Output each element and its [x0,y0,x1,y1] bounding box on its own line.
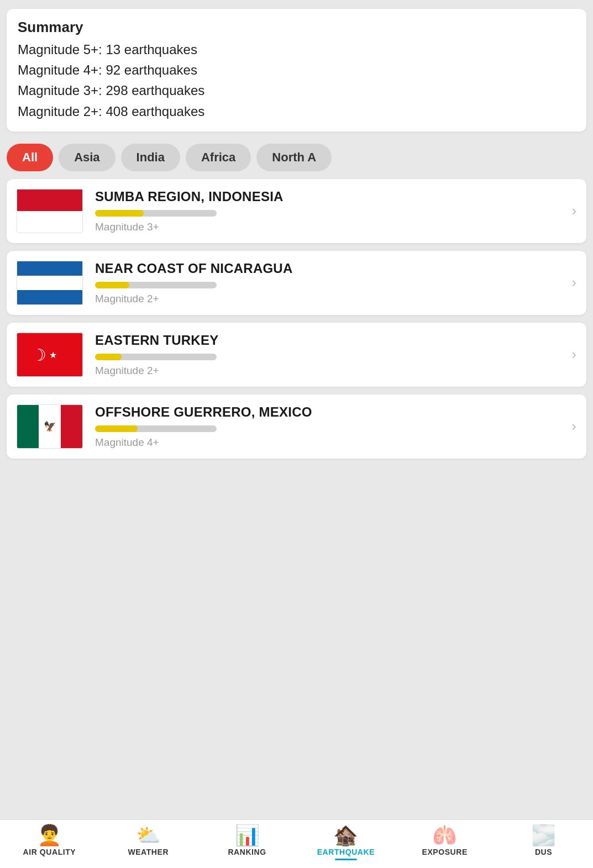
eq-bar-fill-nicaragua [95,282,129,288]
earthquake-card-sumba[interactable]: SUMBA REGION, INDONESIA Magnitude 3+ › [7,179,586,243]
nav-item-air-quality[interactable]: 🧑‍🦱 AIR QUALITY [0,825,99,860]
filter-btn-asia[interactable]: Asia [59,144,115,171]
eq-name-mexico: OFFSHORE GUERRERO, MEXICO [95,404,566,420]
eq-magnitude-nicaragua: Magnitude 2+ [95,293,566,305]
nav-icon-air-quality: 🧑‍🦱 [37,825,62,845]
earthquake-card-mexico[interactable]: 🦅 OFFSHORE GUERRERO, MEXICO Magnitude 4+… [7,394,586,459]
nav-icon-ranking: 📊 [235,825,260,845]
summary-line-1: Magnitude 4+: 92 earthquakes [18,60,575,80]
eq-bar-container-turkey [95,354,217,360]
summary-line-3: Magnitude 2+: 408 earthquakes [18,101,575,122]
eq-info-mexico: OFFSHORE GUERRERO, MEXICO Magnitude 4+ [95,404,566,449]
eq-magnitude-mexico: Magnitude 4+ [95,436,566,449]
summary-line-0: Magnitude 5+: 13 earthquakes [18,39,575,60]
earthquake-list: SUMBA REGION, INDONESIA Magnitude 3+ › N… [7,179,586,466]
eq-name-nicaragua: NEAR COAST OF NICARAGUA [95,261,566,276]
nav-label-ranking: RANKING [228,848,266,856]
nav-label-dust: DUS [535,848,552,856]
summary-line-2: Magnitude 3+: 298 earthquakes [18,80,575,101]
eq-magnitude-turkey: Magnitude 2+ [95,365,566,377]
nav-item-weather[interactable]: ⛅ WEATHER [99,825,198,860]
eq-info-nicaragua: NEAR COAST OF NICARAGUA Magnitude 2+ [95,261,566,305]
nav-label-exposure: EXPOSURE [422,848,468,856]
flag-mexico: 🦅 [17,404,83,449]
chevron-icon-nicaragua: › [571,274,576,291]
nav-item-dust[interactable]: 🌫️ DUS [494,825,593,860]
nav-label-weather: WEATHER [128,848,169,856]
filter-btn-north[interactable]: North A [256,144,332,171]
flag-indonesia [17,189,83,233]
chevron-icon-sumba: › [571,202,576,219]
chevron-icon-mexico: › [571,418,576,435]
flag-turkey: ☽★ [17,333,83,377]
eq-name-sumba: SUMBA REGION, INDONESIA [95,189,566,204]
nav-item-earthquake[interactable]: 🏚️ EARTHQUAKE [296,825,395,860]
eq-info-turkey: EASTERN TURKEY Magnitude 2+ [95,333,566,377]
filter-btn-india[interactable]: India [121,144,180,171]
nav-icon-exposure: 🫁 [432,825,457,845]
eq-name-turkey: EASTERN TURKEY [95,333,566,348]
nav-item-ranking[interactable]: 📊 RANKING [198,825,297,860]
eq-bar-fill-mexico [95,425,138,432]
bottom-nav: 🧑‍🦱 AIR QUALITY ⛅ WEATHER 📊 RANKING 🏚️ E… [0,819,593,868]
nav-item-exposure[interactable]: 🫁 EXPOSURE [395,825,494,860]
flag-nicaragua [17,261,83,305]
nav-label-air-quality: AIR QUALITY [23,848,76,856]
filter-btn-africa[interactable]: Africa [186,144,251,171]
filter-btn-all[interactable]: All [7,144,53,171]
earthquake-card-nicaragua[interactable]: NEAR COAST OF NICARAGUA Magnitude 2+ › [7,251,586,315]
eq-info-sumba: SUMBA REGION, INDONESIA Magnitude 3+ [95,189,566,233]
eq-bar-container-mexico [95,425,217,432]
eq-bar-container-nicaragua [95,282,217,288]
eq-bar-fill-turkey [95,354,122,360]
eq-bar-fill-sumba [95,210,144,217]
earthquake-card-turkey[interactable]: ☽★ EASTERN TURKEY Magnitude 2+ › [7,323,586,387]
eq-magnitude-sumba: Magnitude 3+ [95,221,566,233]
summary-title: Summary [18,19,575,36]
eq-bar-container-sumba [95,210,217,217]
nav-icon-dust: 🌫️ [531,825,556,845]
nav-underline-earthquake [335,859,357,860]
nav-icon-weather: ⛅ [136,825,161,845]
summary-card: Summary Magnitude 5+: 13 earthquakesMagn… [7,9,586,131]
nav-label-earthquake: EARTHQUAKE [317,848,375,856]
filter-row: AllAsiaIndiaAfricaNorth A [0,138,593,179]
nav-icon-earthquake: 🏚️ [333,825,358,845]
chevron-icon-turkey: › [571,346,576,363]
